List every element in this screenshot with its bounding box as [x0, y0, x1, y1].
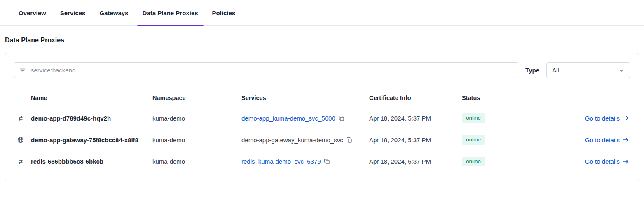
- service-name: demo-app-gateway_kuma-demo_svc: [241, 137, 343, 144]
- copy-icon[interactable]: [346, 137, 352, 143]
- data-plane-proxies-card: Type All Name Namespace Services Certifi…: [5, 53, 639, 181]
- go-to-details-label: Go to details: [585, 115, 620, 122]
- service-link[interactable]: demo-app_kuma-demo_svc_5000: [241, 115, 335, 122]
- chevron-down-icon: [618, 67, 624, 73]
- go-to-details-label: Go to details: [585, 137, 620, 144]
- proxy-name: demo-app-d789d49c-hqv2h: [31, 115, 152, 122]
- go-to-details-label: Go to details: [585, 158, 620, 165]
- col-header-name: Name: [31, 95, 152, 101]
- data-plane-proxies-table: Name Namespace Services Certificate Info…: [14, 89, 630, 172]
- tab-overview[interactable]: Overview: [18, 0, 47, 25]
- proxy-name: redis-686bbbb5c8-6bkcb: [31, 158, 152, 165]
- proxy-namespace: kuma-demo: [152, 115, 241, 122]
- certificate-info: Apr 18, 2024, 5:37 PM: [369, 115, 462, 122]
- status-badge: online: [462, 135, 485, 145]
- status-badge: online: [462, 113, 485, 123]
- type-select-value: All: [552, 67, 559, 74]
- table-row: demo-app-gateway-75f8cbcc84-x8lf8 kuma-d…: [14, 129, 630, 151]
- type-filter-label: Type: [525, 67, 539, 74]
- arrow-right-icon: [623, 115, 629, 121]
- proxy-namespace: kuma-demo: [152, 137, 241, 144]
- table-header-row: Name Namespace Services Certificate Info…: [14, 89, 630, 107]
- col-header-services: Services: [241, 95, 369, 101]
- search-input[interactable]: [14, 62, 518, 78]
- table-row: demo-app-d789d49c-hqv2h kuma-demo demo-a…: [14, 107, 630, 129]
- certificate-info: Apr 18, 2024, 5:37 PM: [369, 158, 462, 165]
- gateway-globe-icon: [14, 136, 31, 144]
- search-wrap: [14, 62, 518, 78]
- proxy-name: demo-app-gateway-75f8cbcc84-x8lf8: [31, 137, 152, 144]
- arrow-right-icon: [623, 159, 629, 165]
- table-row: redis-686bbbb5c8-6bkcb kuma-demo redis_k…: [14, 151, 630, 172]
- page-title: Data Plane Proxies: [5, 37, 644, 44]
- go-to-details-link[interactable]: Go to details: [585, 137, 630, 144]
- type-select[interactable]: All: [546, 62, 630, 78]
- tab-gateways[interactable]: Gateways: [98, 0, 129, 25]
- col-header-certificate: Certificate Info: [369, 95, 462, 101]
- go-to-details-link[interactable]: Go to details: [585, 158, 630, 165]
- proxy-namespace: kuma-demo: [152, 158, 241, 165]
- copy-icon[interactable]: [338, 115, 344, 121]
- service-link[interactable]: redis_kuma-demo_svc_6379: [241, 158, 321, 165]
- arrow-right-icon: [623, 137, 629, 143]
- filter-row: Type All: [14, 62, 630, 78]
- col-header-namespace: Namespace: [152, 95, 241, 101]
- copy-icon[interactable]: [324, 158, 330, 165]
- proxy-arrows-icon: [14, 158, 31, 165]
- proxy-arrows-icon: [14, 114, 31, 122]
- tabbar: Overview Services Gateways Data Plane Pr…: [0, 0, 644, 26]
- filter-icon: [19, 67, 26, 74]
- certificate-info: Apr 18, 2024, 5:37 PM: [369, 137, 462, 144]
- go-to-details-link[interactable]: Go to details: [585, 115, 630, 122]
- col-header-status: Status: [462, 95, 532, 101]
- tab-policies[interactable]: Policies: [211, 0, 237, 25]
- tab-data-plane-proxies[interactable]: Data Plane Proxies: [142, 0, 199, 25]
- status-badge: online: [462, 157, 485, 167]
- tab-services[interactable]: Services: [59, 0, 87, 25]
